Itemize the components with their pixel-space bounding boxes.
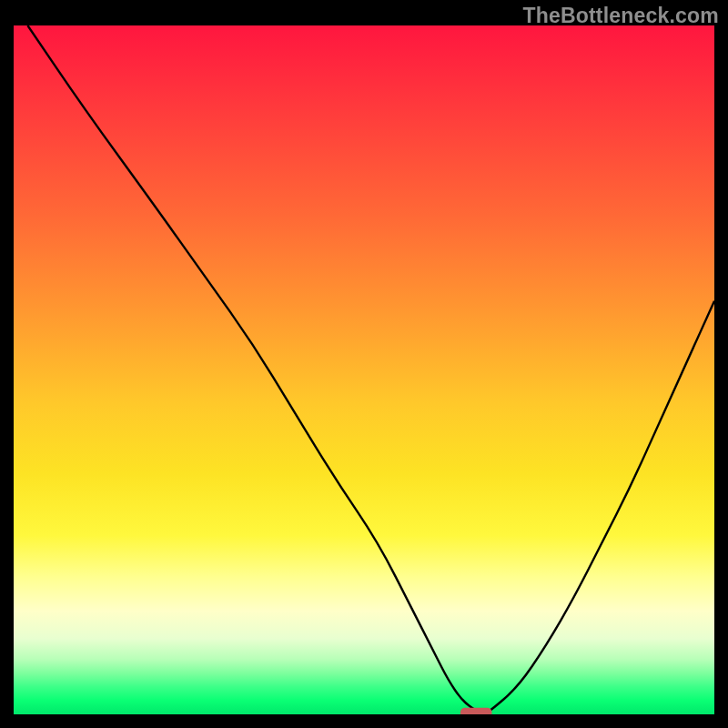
chart-plot-area bbox=[14, 25, 714, 714]
chart-frame: TheBottleneck.com bbox=[0, 0, 728, 728]
chart-svg bbox=[14, 25, 714, 714]
bottleneck-curve bbox=[27, 25, 714, 713]
watermark-text: TheBottleneck.com bbox=[522, 4, 719, 28]
optimal-marker bbox=[460, 708, 492, 714]
